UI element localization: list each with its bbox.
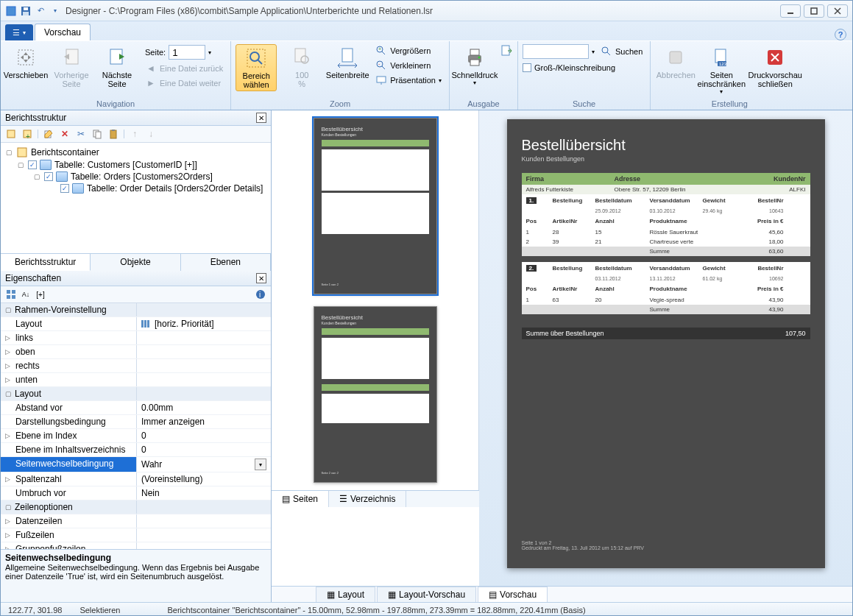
viewtab-layout-preview[interactable]: ▦Layout-Vorschau [377, 587, 476, 602]
zoom-out-button[interactable]: -Verkleinern [372, 59, 445, 72]
next-page-button[interactable]: Nächste Seite [96, 44, 138, 90]
page-dropdown-icon[interactable]: ▾ [208, 49, 211, 56]
export-icon[interactable] [500, 44, 513, 57]
select-area-button[interactable]: Bereich wählen [236, 44, 277, 91]
tree-customers[interactable]: ▢✓Tabelle: Customers [CustomerID [+]] [5, 159, 266, 171]
prop-ebene-index[interactable]: ▷Ebene im Index0 [1, 429, 271, 443]
tree-checkbox[interactable]: ✓ [60, 184, 69, 193]
file-menu-button[interactable]: ☰▾ [5, 24, 33, 40]
prop-oben[interactable]: ▷oben [1, 345, 271, 359]
tree-orders[interactable]: ▢✓Tabelle: Orders [Customers2Orders] [5, 171, 266, 183]
undo-icon[interactable]: ↶ [35, 5, 46, 17]
minimize-button[interactable] [780, 4, 801, 18]
prop-cat-layout[interactable]: ▢Layout [1, 387, 271, 401]
tool-copy-icon[interactable] [91, 128, 103, 140]
properties-panel: A↓ [+] i ▢Rahmen-Voreinstellung Layout[h… [1, 286, 271, 602]
expand-icon[interactable]: ▢ [5, 149, 13, 157]
tab-structure[interactable]: Berichtsstruktur [1, 254, 91, 271]
move-label: Verschieben [4, 71, 49, 79]
tree-root[interactable]: ▢Berichtscontainer [5, 146, 266, 159]
tab-layers[interactable]: Ebenen [181, 254, 271, 271]
zoom-100-label: 100 % [295, 71, 308, 88]
prop-expand-icon[interactable]: [+] [35, 288, 46, 300]
zoom-in-label: Vergrößern [390, 46, 431, 55]
tool-up-icon[interactable]: ↑ [129, 128, 141, 140]
tab-objects[interactable]: Objekte [91, 254, 180, 271]
prop-unten[interactable]: ▷unten [1, 373, 271, 387]
presentation-icon [375, 74, 387, 86]
qat-dropdown-icon[interactable]: ▾ [49, 5, 61, 17]
prop-abstand[interactable]: Abstand vor0.00mm [1, 401, 271, 415]
structure-close-icon[interactable]: ✕ [256, 113, 266, 123]
move-button[interactable]: Verschieben [5, 44, 46, 81]
structure-tree[interactable]: ▢Berichtscontainer ▢✓Tabelle: Customers … [1, 143, 271, 253]
prop-info-icon[interactable]: i [255, 288, 266, 300]
tool-add-icon[interactable]: + [21, 128, 33, 140]
tool-down-icon[interactable]: ↓ [145, 128, 157, 140]
quickprint-button[interactable]: Schnelldruck▾ [454, 44, 495, 88]
close-preview-icon [763, 46, 787, 69]
case-sensitive-checkbox[interactable]: Groß-/Kleinschreibung [523, 63, 645, 72]
tree-orderdetails[interactable]: ✓Tabelle: Order Details [Orders2Order De… [5, 183, 266, 194]
pagewidth-label: Seitenbreite [326, 71, 369, 79]
properties-close-icon[interactable]: ✕ [256, 273, 266, 283]
viewtab-layout[interactable]: ▦Layout [316, 587, 375, 602]
abort-button: Abbrechen [655, 44, 696, 81]
dropdown-icon[interactable]: ▾ [255, 459, 266, 470]
prop-cat-frame[interactable]: ▢Rahmen-Voreinstellung [1, 303, 271, 317]
limit-pages-button[interactable]: 123Seiten einschränken▾ [701, 44, 742, 96]
close-preview-button[interactable]: Druckvorschau schließen [746, 44, 804, 90]
structure-title-text: Berichtsstruktur [5, 113, 66, 123]
preview-tab-icon: ▤ [489, 590, 497, 600]
prop-umbruch[interactable]: Umbruch vorNein [1, 486, 271, 500]
search-input[interactable] [523, 44, 589, 59]
search-dropdown-icon[interactable]: ▾ [592, 49, 595, 55]
tool-paste-icon[interactable] [107, 128, 119, 140]
maximize-button[interactable] [804, 4, 824, 18]
expand-icon[interactable]: ▢ [33, 173, 41, 181]
prop-cat-zeilen[interactable]: ▢Zeilenoptionen [1, 500, 271, 514]
zoom-out-label: Verkleinern [390, 61, 431, 70]
prop-alpha-icon[interactable]: A↓ [20, 288, 32, 300]
page-input[interactable] [169, 45, 205, 60]
prop-spaltenzahl[interactable]: ▷Spaltenzahl(Voreinstellung) [1, 472, 271, 486]
main-preview[interactable]: Bestellübersicht Kunden Bestellungen Fir… [479, 110, 852, 586]
tab-vorschau[interactable]: Vorschau [35, 24, 91, 40]
tool-edit-icon[interactable] [43, 128, 54, 140]
pagewidth-button[interactable]: Seitenbreite [327, 44, 368, 81]
thumbnail-page-1[interactable]: BestellübersichtKunden Bestellungen Seit… [314, 118, 437, 294]
close-button[interactable] [827, 4, 848, 18]
thumbnail-page-2[interactable]: BestellübersichtKunden Bestellungen Seit… [314, 306, 437, 483]
prop-gruppenfuss[interactable]: ▷Gruppenfußzeilen [1, 542, 271, 549]
tool-cut-icon[interactable]: ✂ [75, 128, 87, 140]
tree-checkbox[interactable]: ✓ [28, 160, 37, 169]
zoom-in-button[interactable]: +Vergrößern [372, 44, 445, 57]
expand-icon[interactable]: ▢ [17, 161, 25, 169]
prop-fusszeilen[interactable]: ▷Fußzeilen [1, 528, 271, 542]
group-nav-label: Navigation [5, 99, 226, 108]
left-panel: Berichtsstruktur ✕ + ✕ ✂ ↑ ↓ ▢Berichtsco… [1, 110, 272, 602]
prop-rechts[interactable]: ▷rechts [1, 359, 271, 373]
magnifier-area-icon [244, 46, 268, 70]
viewtab-preview[interactable]: ▤Vorschau [478, 587, 548, 602]
save-icon[interactable] [20, 5, 32, 17]
search-button[interactable]: Suchen [598, 45, 645, 58]
prop-datenzeilen[interactable]: ▷Datenzeilen [1, 514, 271, 528]
presentation-button[interactable]: Präsentation ▾ [372, 74, 445, 87]
tab-index[interactable]: ☰Verzeichnis [329, 491, 406, 507]
help-icon[interactable]: ? [835, 29, 846, 40]
prop-links[interactable]: ▷links [1, 331, 271, 345]
prop-layout[interactable]: Layout[horiz. Priorität] [1, 317, 271, 331]
tool-delete-icon[interactable]: ✕ [59, 128, 71, 140]
property-grid[interactable]: ▢Rahmen-Voreinstellung Layout[horiz. Pri… [1, 303, 271, 549]
group-search-label: Suche [523, 99, 645, 108]
tree-checkbox[interactable]: ✓ [44, 172, 53, 181]
tool-new-icon[interactable] [5, 128, 17, 140]
prop-darstellung[interactable]: DarstellungsbedingungImmer anzeigen [1, 415, 271, 429]
table-icon [40, 160, 52, 170]
tab-pages[interactable]: ▤Seiten [272, 491, 329, 507]
prop-seitenwechsel[interactable]: SeitenwechselbedingungWahr▾ [1, 457, 271, 472]
thumbnail-list[interactable]: BestellübersichtKunden Bestellungen Seit… [272, 110, 479, 490]
prop-ebene-inhalt[interactable]: Ebene im Inhaltsverzeichnis0 [1, 443, 271, 457]
prop-categorized-icon[interactable] [5, 288, 17, 300]
